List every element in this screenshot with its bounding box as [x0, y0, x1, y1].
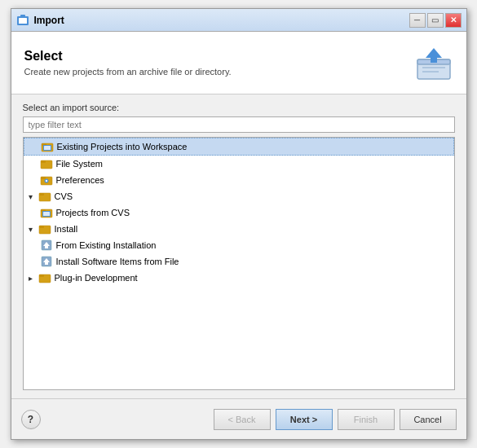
preferences-label: Preferences: [56, 175, 104, 185]
tree-item-plugin-dev[interactable]: ▸ Plug-in Development: [24, 270, 454, 286]
workspace-icon-cvs: [40, 206, 53, 219]
install-software-label: Install Software Items from File: [56, 257, 179, 266]
filter-input[interactable]: [23, 116, 455, 133]
restore-button[interactable]: ▭: [427, 13, 444, 28]
header-text: Select Create new projects from an archi…: [24, 49, 406, 77]
expand-icon-cvs: ▾: [29, 192, 38, 201]
from-existing-label: From Existing Installation: [56, 240, 157, 250]
tree-scroll[interactable]: Existing Projects into Workspace File Sy…: [24, 138, 454, 389]
main-section: Select an import source:: [11, 94, 466, 398]
svg-rect-29: [45, 246, 48, 248]
tree-item-cvs[interactable]: ▾ CVS: [24, 188, 454, 204]
finish-button[interactable]: Finish: [338, 409, 395, 430]
install-icon-existing: [40, 239, 53, 252]
file-system-label: File System: [56, 159, 103, 169]
tree-item-install-software[interactable]: Install Software Items from File: [24, 253, 454, 270]
next-button[interactable]: Next >: [276, 409, 333, 430]
header-section: Select Create new projects from an archi…: [11, 32, 466, 94]
minimize-button[interactable]: ─: [409, 13, 426, 28]
tree-item-projects-from-cvs[interactable]: Projects from CVS: [24, 204, 454, 221]
svg-rect-32: [45, 262, 48, 265]
title-bar: Import ─ ▭ ✕: [11, 9, 466, 32]
folder-icon-cvs: [38, 190, 51, 203]
footer-section: ? < Back Next > Finish Cancel: [11, 398, 466, 439]
cancel-button[interactable]: Cancel: [400, 409, 457, 430]
window-icon: [16, 14, 29, 27]
close-button[interactable]: ✕: [445, 13, 462, 28]
svg-rect-6: [431, 55, 437, 63]
svg-rect-34: [39, 275, 44, 277]
existing-projects-label: Existing Projects into Workspace: [57, 142, 188, 152]
workspace-icon: [41, 140, 54, 153]
plugin-dev-label: Plug-in Development: [55, 273, 138, 283]
tree-item-existing-projects[interactable]: Existing Projects into Workspace: [24, 138, 454, 156]
window-title: Import: [34, 15, 409, 26]
install-icon-software: [40, 255, 53, 268]
tree-container: Existing Projects into Workspace File Sy…: [23, 137, 455, 390]
svg-point-18: [45, 180, 46, 182]
svg-rect-16: [41, 177, 46, 179]
svg-rect-14: [41, 160, 46, 163]
source-label: Select an import source:: [23, 103, 455, 112]
expand-icon-install: ▾: [29, 225, 38, 234]
svg-rect-20: [39, 193, 44, 195]
install-label: Install: [55, 224, 78, 234]
svg-rect-12: [44, 146, 51, 150]
tree-item-install[interactable]: ▾ Install: [24, 221, 454, 237]
svg-rect-24: [43, 212, 50, 216]
back-button[interactable]: < Back: [214, 409, 271, 430]
window-controls: ─ ▭ ✕: [409, 13, 462, 28]
folder-icon-preferences: [40, 173, 53, 187]
folder-icon-filesystem: [40, 157, 53, 170]
content-area: Select Create new projects from an archi…: [11, 32, 466, 439]
header-subtitle: Create new projects from an archive file…: [24, 67, 406, 77]
cvs-label: CVS: [55, 191, 73, 201]
import-dialog: Import ─ ▭ ✕ Select Create new projects …: [11, 8, 467, 440]
tree-item-from-existing[interactable]: From Existing Installation: [24, 237, 454, 253]
svg-rect-1: [19, 18, 27, 24]
tree-item-preferences[interactable]: Preferences: [24, 172, 454, 188]
svg-rect-26: [39, 226, 44, 228]
folder-icon-plugin: [38, 271, 51, 284]
import-icon: [414, 43, 453, 82]
tree-item-file-system[interactable]: File System: [24, 156, 454, 172]
expand-icon-plugin: ▸: [29, 274, 38, 283]
header-title: Select: [24, 49, 406, 64]
help-button[interactable]: ?: [21, 410, 41, 429]
svg-rect-2: [20, 15, 25, 18]
folder-icon-install: [38, 222, 51, 235]
projects-from-cvs-label: Projects from CVS: [56, 208, 130, 217]
